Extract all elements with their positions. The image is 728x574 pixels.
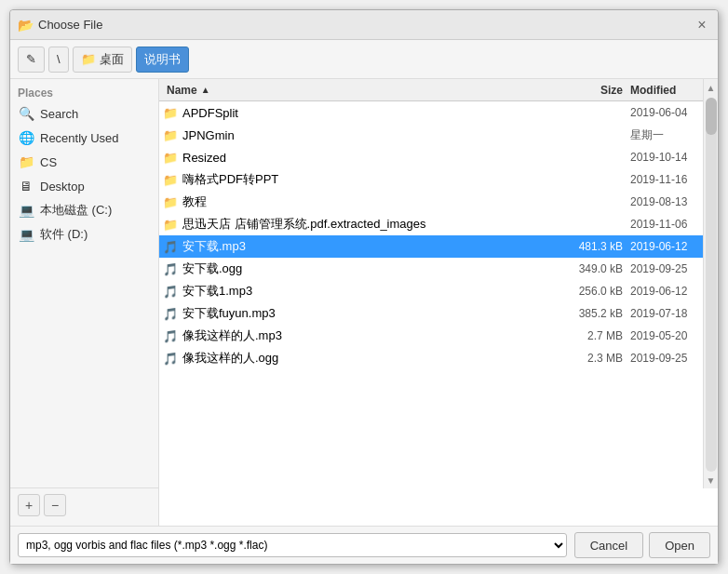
window-icon: 📂 xyxy=(18,18,33,33)
window-title: Choose File xyxy=(38,18,102,32)
back-icon: \ xyxy=(57,52,61,66)
close-button[interactable]: × xyxy=(694,17,710,33)
file-name: 安下载1.mp3 xyxy=(182,283,252,300)
sidebar-item-desktop-label: Desktop xyxy=(40,180,85,194)
table-row[interactable]: 📁 Resized 2019-10-14 xyxy=(159,146,718,168)
sidebar-bottom: + − xyxy=(10,487,158,522)
add-location-button[interactable]: + xyxy=(18,494,40,516)
active-folder-label: 说明书 xyxy=(144,51,181,68)
sidebar-item-search[interactable]: 🔍 Search xyxy=(10,101,158,126)
main-content: Places 🔍 Search 🌐 Recently Used 📁 CS 🖥 D… xyxy=(10,79,718,526)
desktop-button[interactable]: 📁 桌面 xyxy=(73,47,132,73)
table-row[interactable]: 🎵 安下载fuyun.mp3 385.2 kB 2019-07-18 xyxy=(159,302,718,325)
file-pane-wrapper: Name ▲ Size Modified 📁 APDFSplit xyxy=(159,79,718,526)
file-modified: 2019-06-12 xyxy=(630,285,714,298)
edit-icon: ✎ xyxy=(26,52,36,66)
file-modified: 2019-10-14 xyxy=(630,151,714,164)
audio-file-icon: 🎵 xyxy=(163,306,178,321)
table-row[interactable]: 📁 教程 2019-08-13 xyxy=(159,191,718,213)
table-row[interactable]: 📁 APDFSplit 2019-06-04 xyxy=(159,101,718,124)
table-row[interactable]: 📁 思迅天店 店铺管理系统.pdf.extracted_images 2019-… xyxy=(159,213,718,235)
file-name: 教程 xyxy=(182,194,207,210)
drive-d-icon: 💻 xyxy=(18,226,34,243)
file-modified: 2019-09-25 xyxy=(630,352,714,365)
title-bar: 📂 Choose File × xyxy=(10,10,718,40)
file-name: 像我这样的人.ogg xyxy=(182,350,278,367)
sort-indicator: ▲ xyxy=(201,85,210,95)
file-name: Resized xyxy=(182,151,226,165)
table-row[interactable]: 🎵 安下载1.mp3 256.0 kB 2019-06-12 xyxy=(159,280,718,302)
sidebar-item-local-c-label: 本地磁盘 (C:) xyxy=(40,202,112,219)
file-modified: 2019-07-18 xyxy=(630,307,714,320)
file-name: 安下载.mp3 xyxy=(182,238,246,255)
folder-icon: 📁 xyxy=(163,172,178,187)
audio-file-icon: 🎵 xyxy=(163,239,178,254)
file-name: APDFSplit xyxy=(182,106,238,120)
file-modified: 2019-11-06 xyxy=(630,218,714,231)
audio-file-icon: 🎵 xyxy=(163,261,178,276)
file-name: 像我这样的人.mp3 xyxy=(182,327,282,344)
file-modified: 2019-05-20 xyxy=(630,329,714,342)
recently-used-icon: 🌐 xyxy=(18,129,34,146)
search-icon: 🔍 xyxy=(18,105,34,122)
sidebar-item-recently-used-label: Recently Used xyxy=(40,131,119,145)
sidebar: Places 🔍 Search 🌐 Recently Used 📁 CS 🖥 D… xyxy=(10,79,159,526)
file-name: 思迅天店 店铺管理系统.pdf.extracted_images xyxy=(182,216,426,233)
file-size: 349.0 kB xyxy=(556,262,630,275)
file-modified: 2019-08-13 xyxy=(630,195,714,208)
file-modified: 2019-06-04 xyxy=(630,106,714,119)
sidebar-item-search-label: Search xyxy=(40,107,78,121)
table-row[interactable]: 🎵 像我这样的人.mp3 2.7 MB 2019-05-20 xyxy=(159,325,718,347)
sidebar-item-desktop[interactable]: 🖥 Desktop xyxy=(10,174,158,198)
table-row[interactable]: 📁 嗨格式PDF转PPT 2019-11-16 xyxy=(159,168,718,191)
folder-icon: 📁 xyxy=(163,127,178,142)
bottom-bar: mp3, ogg vorbis and flac files (*.mp3 *.… xyxy=(10,526,718,564)
file-name: 安下载.ogg xyxy=(182,260,242,277)
table-row[interactable]: 📁 JPNGmin 星期一 xyxy=(159,124,718,146)
column-header-name[interactable]: Name ▲ xyxy=(163,84,556,97)
desktop-icon: 🖥 xyxy=(18,178,34,194)
desktop-folder-icon: 📁 xyxy=(81,52,96,66)
open-button[interactable]: Open xyxy=(649,532,710,558)
sidebar-item-recently-used[interactable]: 🌐 Recently Used xyxy=(10,126,158,150)
folder-icon: 📁 xyxy=(163,105,178,120)
file-list-header: Name ▲ Size Modified xyxy=(159,79,718,101)
remove-location-button[interactable]: − xyxy=(44,494,66,516)
sidebar-item-cs-label: CS xyxy=(40,155,57,169)
folder-icon: 📁 xyxy=(163,217,178,232)
table-row[interactable]: 🎵 安下载.mp3 481.3 kB 2019-06-12 xyxy=(159,235,718,258)
sidebar-item-cs[interactable]: 📁 CS xyxy=(10,150,158,174)
file-modified: 2019-06-12 xyxy=(630,240,714,253)
file-filter-select[interactable]: mp3, ogg vorbis and flac files (*.mp3 *.… xyxy=(18,533,567,557)
sidebar-section-label: Places xyxy=(10,83,158,101)
edit-button[interactable]: ✎ xyxy=(18,47,45,73)
cancel-button[interactable]: Cancel xyxy=(574,532,643,558)
file-name: 嗨格式PDF转PPT xyxy=(182,171,278,188)
file-modified: 2019-09-25 xyxy=(630,262,714,275)
bottom-buttons: Cancel Open xyxy=(574,532,710,558)
toolbar: ✎ \ 📁 桌面 说明书 xyxy=(10,40,718,79)
file-list: 📁 APDFSplit 2019-06-04 📁 JPNGmin xyxy=(159,101,718,526)
column-header-size[interactable]: Size xyxy=(556,84,630,97)
audio-file-icon: 🎵 xyxy=(163,284,178,299)
folder-icon: 📁 xyxy=(163,194,178,209)
file-size: 2.7 MB xyxy=(556,329,630,342)
sidebar-item-local-c[interactable]: 💻 本地磁盘 (C:) xyxy=(10,198,158,222)
folder-cs-icon: 📁 xyxy=(18,154,34,170)
back-button[interactable]: \ xyxy=(48,47,69,73)
table-row[interactable]: 🎵 像我这样的人.ogg 2.3 MB 2019-09-25 xyxy=(159,347,718,369)
sidebar-item-disk-d[interactable]: 💻 软件 (D:) xyxy=(10,222,158,247)
scrollbar[interactable]: ▲ ▼ xyxy=(703,79,718,488)
file-chooser-dialog: 📂 Choose File × ✎ \ 📁 桌面 说明书 Places 🔍 Se… xyxy=(9,9,719,565)
file-modified: 2019-11-16 xyxy=(630,173,714,186)
column-header-modified[interactable]: Modified xyxy=(630,84,714,97)
active-folder-button[interactable]: 说明书 xyxy=(136,47,189,73)
file-size: 2.3 MB xyxy=(556,352,630,365)
audio-file-icon: 🎵 xyxy=(163,328,178,343)
file-name: JPNGmin xyxy=(182,128,235,142)
file-pane: Name ▲ Size Modified 📁 APDFSplit xyxy=(159,79,718,526)
file-name: 安下载fuyun.mp3 xyxy=(182,305,276,322)
audio-file-icon: 🎵 xyxy=(163,351,178,366)
folder-icon: 📁 xyxy=(163,150,178,165)
table-row[interactable]: 🎵 安下载.ogg 349.0 kB 2019-09-25 xyxy=(159,258,718,280)
